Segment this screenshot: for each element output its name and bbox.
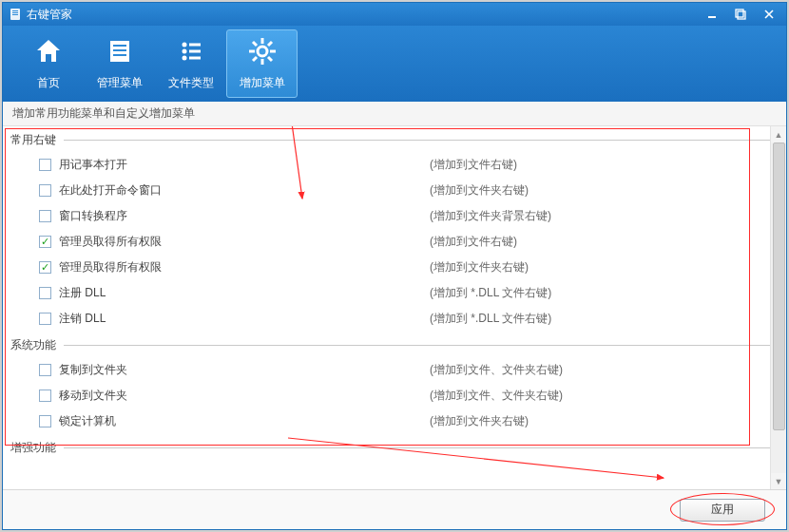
option-label: 锁定计算机 [59,413,430,429]
window-title: 右键管家 [27,7,697,23]
svg-rect-16 [189,50,201,53]
svg-point-19 [258,47,267,56]
svg-rect-2 [12,12,18,13]
svg-rect-4 [708,16,716,18]
apply-button[interactable]: 应用 [680,499,765,522]
options-icon [176,36,206,69]
option-hint: (增加到 *.DLL 文件右键) [430,311,551,327]
scroll-down-button[interactable]: ▼ [771,473,786,489]
group-header: 系统功能 [10,337,779,353]
toolbar-item-3[interactable]: 增加菜单 [226,29,298,98]
option-hint: (增加到 *.DLL 文件右键) [430,285,551,301]
group-title: 常用右键 [10,132,56,148]
option-hint: (增加到文件夹右键) [430,413,529,429]
checkbox[interactable] [39,159,51,171]
option-row: 复制到文件夹(增加到文件、文件夹右键) [10,357,779,383]
titlebar: 右键管家 [3,3,786,26]
group-divider [64,140,779,141]
group-1: 系统功能复制到文件夹(增加到文件、文件夹右键)移动到文件夹(增加到文件、文件夹右… [10,337,779,434]
svg-point-15 [182,49,186,54]
svg-line-25 [268,57,272,61]
option-label: 用记事本打开 [59,157,430,173]
checkbox[interactable] [39,313,51,325]
toolbar: 首页管理菜单文件类型增加菜单 [3,26,786,102]
svg-rect-5 [736,10,743,17]
group-header: 常用右键 [10,132,779,148]
svg-line-27 [253,57,257,61]
group-title: 系统功能 [10,337,56,353]
vertical-scrollbar[interactable]: ▲ ▼ [770,126,786,489]
toolbar-item-2[interactable]: 文件类型 [155,26,226,102]
option-hint: (增加到文件右键) [430,234,517,250]
option-row: 锁定计算机(增加到文件夹右键) [10,408,779,434]
group-title: 增强功能 [10,440,56,456]
option-label: 管理员取得所有权限 [59,234,430,250]
option-label: 注册 DLL [59,285,430,301]
option-row: 注销 DLL(增加到 *.DLL 文件右键) [10,306,779,332]
option-row: 注册 DLL(增加到 *.DLL 文件右键) [10,280,779,306]
toolbar-item-1[interactable]: 管理菜单 [84,26,155,102]
svg-rect-12 [113,54,126,56]
toolbar-item-label: 文件类型 [168,75,214,91]
close-button[interactable] [756,6,782,23]
svg-rect-14 [189,44,201,47]
toolbar-item-label: 增加菜单 [240,75,285,91]
app-window: 右键管家 首页管理菜单文件类型增加菜单 增加常用功能菜单和自定义增加菜单 常用右… [2,2,787,530]
checkbox[interactable] [39,364,51,376]
svg-line-24 [253,42,257,46]
subheader: 增加常用功能菜单和自定义增加菜单 [3,102,786,126]
svg-rect-11 [113,49,126,51]
svg-rect-1 [12,10,18,11]
option-row: 管理员取得所有权限(增加到文件右键) [10,229,779,255]
option-row: 窗口转换程序(增加到文件夹背景右键) [10,203,779,229]
scroll-thumb[interactable] [773,142,785,430]
window-controls [697,6,782,23]
footer: 应用 [3,489,786,529]
toolbar-item-0[interactable]: 首页 [12,26,84,102]
option-hint: (增加到文件夹右键) [430,259,529,276]
scroll-up-button[interactable]: ▲ [771,126,786,142]
toolbar-item-label: 首页 [37,75,60,91]
checkbox[interactable] [39,390,51,402]
svg-rect-3 [12,14,18,15]
option-hint: (增加到文件夹背景右键) [430,208,551,224]
svg-point-13 [182,43,186,48]
option-label: 在此处打开命令窗口 [59,182,430,199]
checkbox[interactable] [39,236,51,248]
list-icon [105,36,135,69]
checkbox[interactable] [39,184,51,197]
checkbox[interactable] [39,210,51,222]
checkbox[interactable] [39,261,51,274]
gear-icon [247,36,278,69]
apply-button-label: 应用 [711,502,734,518]
svg-rect-10 [113,45,126,47]
option-hint: (增加到文件、文件夹右键) [430,388,563,404]
group-divider [64,345,779,346]
app-icon [9,8,22,21]
svg-rect-18 [189,57,201,60]
option-label: 管理员取得所有权限 [59,259,430,276]
option-label: 窗口转换程序 [59,208,430,224]
option-label: 移动到文件夹 [59,388,430,404]
svg-rect-6 [738,11,745,19]
home-icon [33,36,64,69]
checkbox[interactable] [39,287,51,299]
scroll-track[interactable] [771,142,786,473]
option-row: 移动到文件夹(增加到文件、文件夹右键) [10,383,779,408]
checkbox[interactable] [39,415,51,428]
toolbar-item-label: 管理菜单 [97,75,143,91]
option-row: 管理员取得所有权限(增加到文件夹右键) [10,255,779,280]
group-0: 常用右键用记事本打开(增加到文件右键)在此处打开命令窗口(增加到文件夹右键)窗口… [10,132,779,332]
maximize-button[interactable] [727,6,754,23]
group-2: 增强功能 [10,440,779,456]
option-row: 在此处打开命令窗口(增加到文件夹右键) [10,178,779,203]
minimize-button[interactable] [699,6,725,23]
option-label: 复制到文件夹 [59,362,430,378]
group-header: 增强功能 [10,440,779,456]
content-area: 常用右键用记事本打开(增加到文件右键)在此处打开命令窗口(增加到文件夹右键)窗口… [3,126,786,489]
subheader-text: 增加常用功能菜单和自定义增加菜单 [12,105,195,122]
group-divider [64,447,779,448]
option-row: 用记事本打开(增加到文件右键) [10,152,779,178]
svg-line-26 [268,42,272,46]
svg-point-17 [182,56,186,61]
